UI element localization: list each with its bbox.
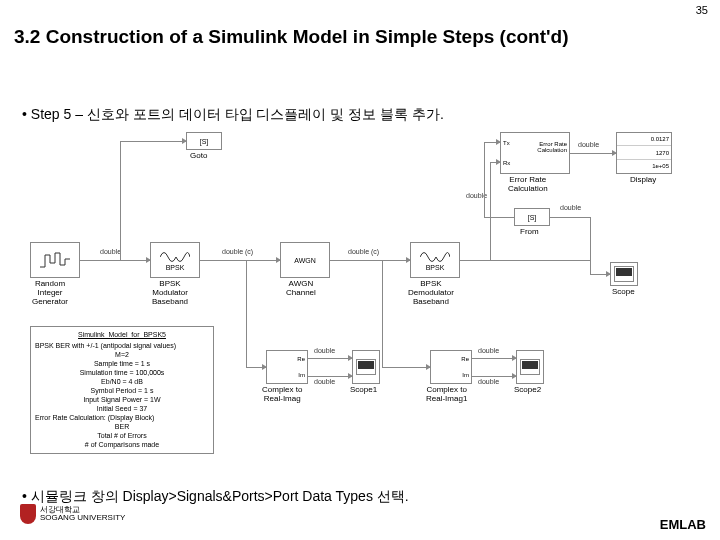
scope-icon — [520, 359, 540, 375]
wire-label: double (c) — [222, 248, 253, 255]
arrow-icon — [612, 150, 617, 156]
error-rate-label: Error Rate Calculation — [508, 175, 548, 193]
info-line: Error Rate Calculation: (Display Block) — [35, 413, 154, 422]
c2ri-block-1: Re Im — [266, 350, 308, 384]
university-logo: 서강대학교 SOGANG UNIVERSITY — [20, 504, 125, 524]
scope2-label: Scope2 — [514, 385, 541, 394]
arrow-icon — [496, 139, 501, 145]
awgn-block: AWGN — [280, 242, 330, 278]
bullet-step5: • Step 5 – 신호와 포트의 데이터 타입 디스플레이 및 정보 블록 … — [22, 106, 444, 124]
info-line: BER — [115, 422, 129, 431]
bullet-prefix: • — [22, 488, 31, 504]
c2ri-im-1: Im — [267, 372, 307, 378]
wire — [330, 260, 410, 261]
bpsk-mod-block: BPSK — [150, 242, 200, 278]
awgn-label: AWGN Channel — [286, 279, 316, 297]
info-line: Total # of Errors — [97, 431, 146, 440]
wire — [484, 217, 514, 218]
arrow-icon — [512, 373, 517, 379]
display-v2: 1270 — [617, 146, 671, 159]
err-rx: Rx — [501, 160, 569, 166]
scope2-block — [516, 350, 544, 384]
from-label: From — [520, 227, 539, 236]
info-line: Input Signal Power = 1W — [83, 395, 160, 404]
bullet-prefix: • Step 5 – — [22, 106, 87, 122]
random-integer-block — [30, 242, 80, 278]
wire — [570, 153, 616, 154]
from-block: [S] — [514, 208, 550, 226]
arrow-icon — [182, 138, 187, 144]
emlab-label: EMLAB — [660, 517, 706, 532]
c2ri-im-2: Im — [431, 372, 471, 378]
scope-icon — [356, 359, 376, 375]
info-line: Symbol Period = 1 s — [91, 386, 154, 395]
bpsk-mod-icon — [160, 250, 190, 264]
wire — [550, 217, 590, 218]
page-number: 35 — [696, 4, 708, 16]
bpsk-demod-text: BPSK — [426, 264, 445, 271]
arrow-icon — [348, 373, 353, 379]
scope-icon — [614, 266, 634, 282]
wire — [382, 367, 430, 368]
wire — [200, 260, 280, 261]
scope-label: Scope — [612, 287, 635, 296]
info-line: Simulation time = 100,000s — [80, 368, 165, 377]
bpsk-demod-icon — [420, 250, 450, 264]
wire-label: double — [478, 347, 499, 354]
info-title: Simulink_Model_for_BPSK5 — [78, 330, 166, 339]
arrow-icon — [496, 159, 501, 165]
arrow-icon — [406, 257, 411, 263]
info-line: M=2 — [115, 350, 129, 359]
scope1-block — [352, 350, 380, 384]
scope1-label: Scope1 — [350, 385, 377, 394]
c2ri-label-2: Complex to Real-Imag1 — [426, 385, 467, 403]
error-rate-block: Tx Error Rate Calculation Rx — [500, 132, 570, 174]
display-v3: 1e+05 — [617, 160, 671, 173]
wire-label: double (c) — [348, 248, 379, 255]
wire-label: double — [560, 204, 581, 211]
goto-block: [S] — [186, 132, 222, 150]
err-text: Error Rate Calculation — [537, 141, 567, 153]
wire — [490, 162, 491, 261]
c2ri-re-1: Re — [267, 356, 307, 362]
arrow-icon — [276, 257, 281, 263]
info-box: Simulink_Model_for_BPSK5 BPSK BER with +… — [30, 326, 214, 454]
arrow-icon — [146, 257, 151, 263]
wire-label: double — [478, 378, 499, 385]
info-line: Eb/N0 = 4 dB — [101, 377, 143, 386]
c2ri-block-2: Re Im — [430, 350, 472, 384]
c2ri-label-1: Complex to Real-Imag — [262, 385, 302, 403]
goto-label: Goto — [190, 151, 207, 160]
bullet-text: 신호와 포트의 데이터 타입 디스플레이 및 정보 블록 추가. — [87, 106, 444, 122]
arrow-icon — [512, 355, 517, 361]
random-integer-label: Random Integer Generator — [32, 279, 68, 306]
wire — [120, 141, 186, 142]
wire — [484, 142, 485, 217]
wire-label: double — [314, 347, 335, 354]
wire-label: double — [578, 141, 599, 148]
arrow-icon — [262, 364, 267, 370]
display-v1: 0.0127 — [617, 133, 671, 146]
bpsk-mod-label: BPSK Modulator Baseband — [152, 279, 188, 306]
bpsk-demod-block: BPSK — [410, 242, 460, 278]
info-line: Initial Seed = 37 — [97, 404, 147, 413]
logo-text: 서강대학교 SOGANG UNIVERSITY — [40, 506, 125, 522]
wire — [120, 141, 121, 260]
wire — [382, 260, 383, 367]
wire — [590, 217, 591, 267]
info-line: Sample time = 1 s — [94, 359, 150, 368]
info-line: # of Comparisons made — [85, 440, 159, 449]
c2ri-re-2: Re — [431, 356, 471, 362]
display-label: Display — [630, 175, 656, 184]
wire — [246, 260, 247, 367]
wire — [472, 376, 516, 377]
wire — [80, 260, 150, 261]
logo-en: SOGANG UNIVERSITY — [40, 514, 125, 522]
scope-block — [610, 262, 638, 286]
wire — [308, 358, 352, 359]
wire — [460, 260, 490, 261]
wire — [308, 376, 352, 377]
page-title: 3.2 Construction of a Simulink Model in … — [14, 26, 710, 48]
bullet-text: 시뮬링크 창의 Display>Signals&Ports>Port Data … — [31, 488, 409, 504]
arrow-icon — [348, 355, 353, 361]
